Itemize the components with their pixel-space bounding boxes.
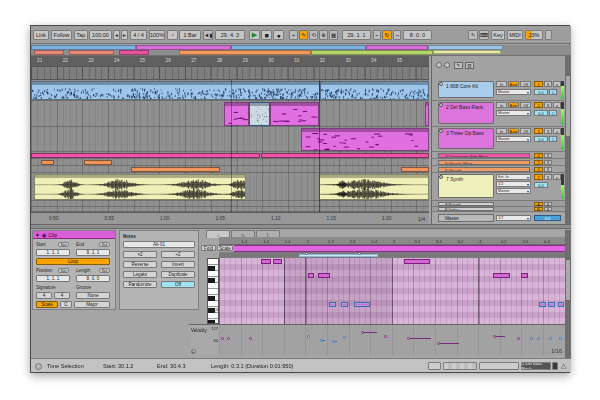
overview-clip[interactable]	[433, 50, 501, 54]
arm-button[interactable]: ●	[553, 128, 561, 134]
marker-dot[interactable]	[305, 252, 308, 255]
clip-end-value[interactable]: 9. 1. 1	[76, 249, 110, 256]
solo-button[interactable]: S	[544, 81, 552, 87]
start-set-button[interactable]: Set	[58, 242, 69, 247]
track-activator-button[interactable]: A	[534, 202, 543, 206]
session-record-button[interactable]: ▦	[329, 30, 338, 40]
monitor-in-button[interactable]: In	[496, 81, 507, 87]
volume-display[interactable]: 0.0	[534, 136, 548, 142]
track-activator-button[interactable]: 2	[534, 102, 543, 108]
midi-note-grid[interactable]	[219, 258, 565, 324]
velocity-marker[interactable]	[437, 342, 440, 345]
velocity-marker[interactable]	[249, 337, 252, 340]
track-header[interactable]: 5 Vocals Slice5S	[432, 159, 566, 166]
lane-fold-button[interactable]: ▸	[191, 349, 196, 354]
midi-map-button[interactable]: MIDI	[507, 30, 523, 40]
tap-tempo-button[interactable]: Tap	[74, 30, 88, 40]
velocity-marker[interactable]	[549, 337, 552, 340]
pan-display[interactable]: C	[549, 89, 557, 95]
midi-note[interactable]	[404, 259, 430, 264]
arrangement-clip[interactable]	[31, 81, 320, 101]
track-activator-button[interactable]: 6	[534, 167, 543, 172]
metronome-button[interactable]: ◔	[167, 30, 178, 40]
tempo-display[interactable]: 100.00	[89, 30, 112, 40]
pencil-icon[interactable]: ✎	[454, 62, 463, 69]
midi-beat-ruler[interactable]: 1.21.31.422.22.32.433.23.33.444.24.34.4	[219, 237, 565, 245]
pan-display[interactable]: C	[549, 136, 557, 142]
overview-clip[interactable]	[119, 50, 149, 55]
time-selection-bar[interactable]	[299, 254, 378, 257]
track-name[interactable]: A Reverb	[438, 202, 494, 206]
length-set-button[interactable]: Set	[99, 268, 110, 273]
scale-toggle[interactable]: Scale	[36, 301, 58, 308]
volume-display[interactable]: 0.0	[534, 89, 548, 95]
arrangement-clip[interactable]	[301, 128, 429, 152]
track-name[interactable]: 3 Three Op Bass	[438, 128, 494, 149]
midi-scrollbar[interactable]	[565, 230, 571, 358]
arrangement-clip[interactable]	[131, 167, 220, 173]
solo-button[interactable]: S	[544, 207, 552, 211]
automation-arm-button[interactable]: ✎	[299, 30, 308, 40]
solo-button[interactable]: S	[544, 153, 552, 158]
loop-length-display[interactable]: 8. 0. 0	[403, 30, 432, 40]
beat-time-ruler[interactable]: 212223242526272829303132333435	[31, 56, 429, 66]
signature-denominator[interactable]: 4	[54, 292, 70, 299]
nudge-down-button[interactable]: ◂	[113, 30, 120, 40]
midi-note[interactable]	[273, 259, 282, 264]
track-name[interactable]: 1 808 Core Kit	[438, 81, 494, 98]
arrangement-clip[interactable]	[270, 102, 319, 127]
track-name[interactable]: B Delay	[438, 207, 494, 211]
midi-note-selected[interactable]	[539, 302, 546, 307]
arrangement-scrollbar[interactable]	[565, 56, 571, 224]
solo-button[interactable]: S	[544, 102, 552, 108]
draw-mode-button[interactable]: ✎	[468, 30, 478, 40]
arm-button[interactable]: ●	[553, 102, 561, 108]
arrangement-clip[interactable]	[41, 160, 54, 166]
solo-button[interactable]: S	[544, 160, 552, 165]
midi-note-selected[interactable]	[548, 302, 555, 307]
arrangement-track-lanes[interactable]	[31, 80, 429, 212]
midi-note-selected[interactable]	[341, 302, 348, 307]
randomize-amount-button[interactable]: Off	[161, 281, 195, 288]
velocity-marker[interactable]	[493, 335, 496, 338]
half-tempo-button[interactable]: ÷2	[161, 251, 195, 258]
track-activator-button[interactable]: B	[534, 207, 543, 211]
capture-midi-button[interactable]: ⊕	[319, 30, 328, 40]
groove-select[interactable]: None	[76, 292, 110, 299]
solo-button[interactable]: S	[544, 128, 552, 134]
velocity-marker[interactable]	[343, 336, 346, 339]
stop-button[interactable]: ■	[261, 30, 272, 40]
piano-key-black[interactable]	[208, 296, 215, 301]
arrangement-position-display[interactable]: 29. 4. 3	[215, 30, 245, 40]
midi-note-selected[interactable]	[558, 302, 564, 307]
track-name[interactable]: 4 Crossover Syn Bass	[438, 153, 530, 158]
overview-clip[interactable]	[179, 50, 311, 55]
overview-clip[interactable]	[69, 50, 114, 55]
arrangement-clip[interactable]	[84, 160, 112, 166]
velocity-marker[interactable]	[384, 335, 387, 338]
reenable-automation-button[interactable]: ⟲	[309, 30, 318, 40]
midi-note[interactable]	[261, 259, 271, 264]
midi-note[interactable]	[521, 273, 528, 278]
midi-note[interactable]	[318, 273, 330, 278]
meter-icon[interactable]: ▥	[465, 62, 474, 69]
overview-clip[interactable]	[34, 50, 64, 55]
midi-note-selected[interactable]	[354, 302, 370, 307]
follow-button[interactable]: Follow	[51, 30, 72, 40]
nudge-up-button[interactable]: ▸	[121, 30, 128, 40]
output-routing-select[interactable]: Master▾	[496, 89, 531, 95]
track-name[interactable]: 7 Synth	[438, 174, 494, 198]
record-button[interactable]: ●	[273, 30, 284, 40]
back-to-arrangement-button[interactable]	[444, 62, 450, 68]
fold-icon[interactable]	[439, 82, 443, 86]
follow-playhead-button[interactable]: ◄▮	[203, 30, 213, 40]
monitor-off-button[interactable]: Off	[520, 102, 531, 108]
play-button[interactable]: ▶	[249, 30, 260, 40]
arrangement-overview[interactable]	[31, 45, 571, 56]
clip-start-value[interactable]: 1. 1. 1	[36, 249, 70, 256]
loop-toggle[interactable]: Loop	[36, 258, 110, 265]
notes-bank-display[interactable]: Alt-01	[123, 241, 195, 248]
clip-position-value[interactable]: 1. 1. 1	[36, 275, 70, 282]
velocity-marker[interactable]	[307, 335, 310, 338]
piano-key-black[interactable]	[208, 278, 215, 283]
